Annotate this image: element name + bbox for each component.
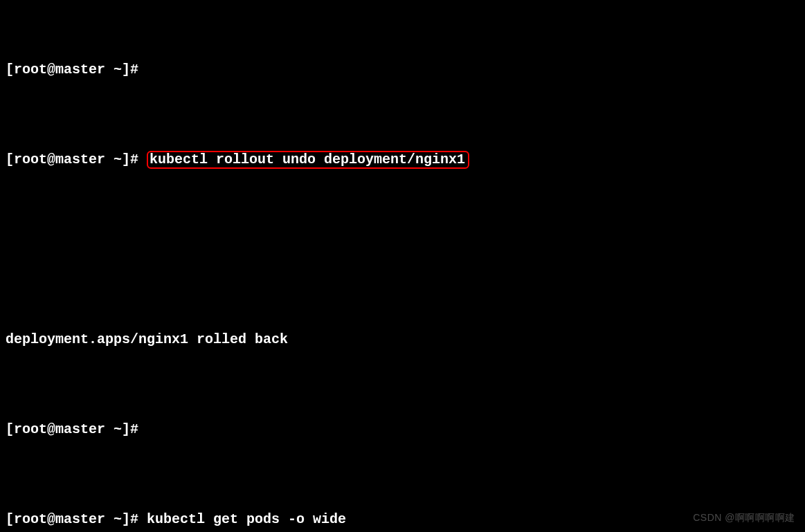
shell-prompt: [root@master ~]# — [6, 511, 147, 527]
watermark: CSDN @啊啊啊啊啊建 — [693, 508, 795, 526]
shell-prompt: [root@master ~]# — [6, 62, 147, 77]
command-rollout-undo: kubectl rollout undo deployment/nginx1 — [147, 151, 469, 169]
blank-line — [6, 241, 799, 259]
prompt-line: [root@master ~]# — [6, 61, 799, 79]
shell-prompt: [root@master ~]# — [6, 152, 147, 167]
shell-prompt: [root@master ~]# — [6, 421, 147, 437]
prompt-line: [root@master ~]# kubectl get pods -o wid… — [6, 511, 799, 529]
terminal-window[interactable]: [root@master ~]# [root@master ~]# kubect… — [0, 0, 805, 532]
output-rolled-back: deployment.apps/nginx1 rolled back — [6, 331, 799, 349]
command-get-pods: kubectl get pods -o wide — [147, 511, 346, 527]
prompt-line: [root@master ~]# — [6, 421, 799, 439]
prompt-line: [root@master ~]# kubectl rollout undo de… — [6, 151, 799, 169]
